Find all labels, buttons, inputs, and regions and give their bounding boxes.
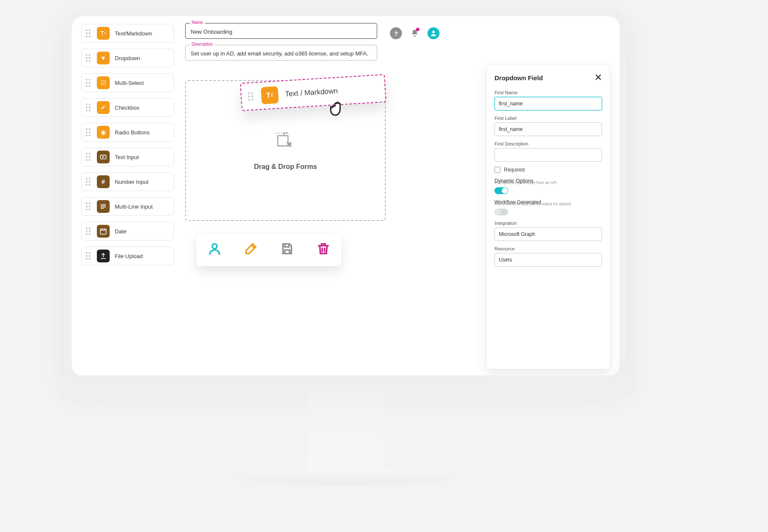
drag-handle-icon[interactable] — [86, 153, 92, 161]
checkbox-icon[interactable] — [495, 167, 500, 173]
first-name-input[interactable] — [495, 97, 602, 110]
app-canvas: TT Text/Markdown ▼ Dropdown ☑ Multi-Sele… — [72, 16, 620, 376]
edit-action-icon[interactable] — [244, 241, 258, 258]
monitor-frame: TT Text/Markdown ▼ Dropdown ☑ Multi-Sele… — [64, 9, 627, 384]
palette-item-number[interactable]: # Number Input — [81, 172, 174, 191]
drag-handle-icon[interactable] — [86, 29, 92, 37]
svg-rect-0 — [100, 155, 106, 159]
drag-handle-icon[interactable] — [86, 227, 92, 235]
workflow-generated-sub: Run a workflow and use its output for op… — [495, 202, 602, 206]
multiselect-icon: ☑ — [97, 76, 110, 89]
field-palette: TT Text/Markdown ▼ Dropdown ☑ Multi-Sele… — [81, 24, 174, 369]
form-description-field[interactable]: Description Set user up in AD, add email… — [185, 45, 377, 61]
palette-item-radio[interactable]: ◉ Radio Buttons — [81, 123, 174, 142]
required-label: Required — [504, 167, 525, 173]
palette-item-checkbox[interactable]: ✔ Checkbox — [81, 98, 174, 117]
palette-item-label: Date — [115, 228, 126, 235]
palette-item-label: Text Input — [115, 154, 139, 160]
monitor-stand — [307, 392, 384, 478]
calendar-icon — [97, 225, 110, 238]
center-column: Name New Onboarding Description Set user… — [185, 23, 475, 369]
svg-point-2 — [432, 31, 435, 33]
palette-item-multiline[interactable]: Multi-Line Input — [81, 197, 174, 216]
resource-label: Resource — [495, 246, 602, 251]
drag-handle-icon[interactable] — [86, 178, 92, 186]
palette-item-label: Number Input — [115, 179, 148, 185]
drag-handle-icon[interactable] — [86, 203, 92, 210]
form-name-value: New Onboarding — [191, 29, 233, 35]
number-icon: # — [97, 175, 110, 188]
form-description-value: Set user up in AD, add email security, a… — [191, 50, 368, 57]
dropdown-icon: ▼ — [97, 52, 110, 64]
svg-rect-1 — [100, 229, 106, 234]
form-name-field[interactable]: Name New Onboarding — [185, 23, 377, 39]
save-action-icon[interactable] — [280, 241, 294, 258]
first-label-label: First Label — [495, 116, 602, 121]
palette-item-label: Multi-Select — [115, 80, 144, 86]
account-icon[interactable] — [428, 27, 439, 39]
description-label: Description — [190, 42, 215, 47]
notifications-icon[interactable] — [409, 27, 421, 39]
first-label-input[interactable] — [495, 122, 602, 136]
first-desc-input[interactable] — [495, 148, 602, 162]
textinput-icon — [97, 151, 110, 163]
grab-cursor-icon — [327, 96, 349, 120]
close-icon[interactable]: ✕ — [594, 72, 602, 83]
help-icon[interactable]: ? — [390, 27, 402, 39]
delete-action-icon[interactable] — [316, 241, 331, 258]
palette-item-label: Checkbox — [115, 105, 140, 111]
drag-handle-icon[interactable] — [86, 104, 92, 111]
palette-item-text-markdown[interactable]: TT Text/Markdown — [81, 24, 174, 43]
palette-item-label: Multi-Line Input — [115, 203, 153, 210]
svg-point-3 — [212, 244, 217, 249]
text-icon: TT — [261, 86, 279, 104]
radio-icon: ◉ — [97, 126, 110, 139]
user-action-icon[interactable] — [207, 241, 222, 258]
first-name-label: First Name — [495, 90, 602, 95]
palette-item-multiselect[interactable]: ☑ Multi-Select — [81, 73, 174, 92]
upload-icon — [97, 250, 110, 262]
resource-input[interactable] — [495, 253, 602, 267]
panel-title: Dropdown Field — [495, 74, 543, 81]
workflow-generated-toggle[interactable] — [495, 209, 508, 215]
checkbox-icon: ✔ — [97, 101, 110, 114]
integration-input[interactable] — [495, 227, 602, 241]
required-checkbox-row[interactable]: Required — [495, 167, 602, 173]
drag-handle-icon[interactable] — [86, 79, 92, 87]
palette-item-label: Dropdown — [115, 55, 140, 61]
dynamic-options-toggle[interactable] — [495, 187, 508, 194]
drag-handle-icon[interactable] — [86, 128, 92, 136]
palette-item-label: Text/Markdown — [115, 30, 152, 37]
palette-item-label: Radio Buttons — [115, 129, 150, 136]
palette-item-textinput[interactable]: Text Input — [81, 148, 174, 166]
palette-item-label: File Upload — [115, 253, 143, 259]
multiline-icon — [97, 200, 110, 213]
monitor-base — [239, 469, 452, 485]
dropzone-text: Drag & Drop Forms — [254, 163, 317, 171]
palette-item-date[interactable]: Date — [81, 222, 174, 241]
palette-item-dropdown[interactable]: ▼ Dropdown — [81, 49, 174, 67]
field-config-panel: Dropdown Field ✕ First Name First Label … — [486, 64, 610, 369]
integration-label: Integration — [495, 221, 602, 226]
name-label: Name — [190, 20, 205, 25]
text-icon: TT — [97, 27, 110, 40]
drag-handle-icon[interactable] — [86, 252, 92, 260]
dynamic-options-sub: Pull options dynamically from an API — [495, 180, 602, 185]
drag-handle-icon[interactable] — [86, 54, 92, 62]
action-toolbar — [196, 233, 341, 266]
palette-item-fileupload[interactable]: File Upload — [81, 247, 174, 265]
dropzone-icon — [273, 131, 297, 155]
drag-handle-icon — [248, 92, 255, 101]
first-desc-label: First Description — [495, 141, 602, 146]
